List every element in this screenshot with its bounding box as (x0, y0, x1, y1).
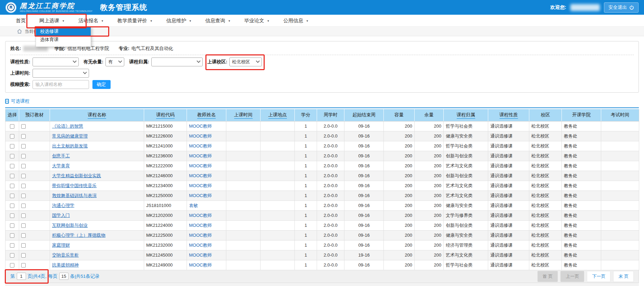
select-checkbox[interactable] (10, 164, 14, 168)
select-checkbox[interactable] (10, 184, 14, 188)
teacher-name-link[interactable]: MOOC教师 (189, 262, 212, 268)
course-name-link[interactable]: 沟通心理学 (52, 203, 74, 208)
nav-item[interactable]: 教学质量评价▼ (111, 15, 160, 27)
teacher-name-link[interactable]: MOOC教师 (189, 193, 212, 198)
select-checkbox[interactable] (10, 174, 14, 178)
book-material-checkbox[interactable] (21, 223, 26, 228)
cell-campus: 松北校区 (529, 121, 562, 131)
book-material-checkbox[interactable] (21, 233, 26, 238)
cell-college: 教务处 (562, 191, 601, 200)
page-number-input[interactable] (17, 273, 26, 280)
column-header[interactable]: 课程名称 (50, 109, 144, 121)
select-checkbox[interactable] (10, 134, 14, 139)
book-material-checkbox[interactable] (21, 134, 26, 139)
cell-remain: 200 (415, 121, 444, 131)
select-checkbox[interactable] (10, 263, 14, 268)
remain-select[interactable]: 有 (105, 57, 124, 66)
nav-item[interactable]: 网上选课▼ (33, 15, 72, 27)
teacher-name-link[interactable]: MOOC教师 (189, 233, 212, 238)
teacher-name-link[interactable]: MOOC教师 (189, 173, 212, 178)
nav-item[interactable]: 活动报名▼ (72, 15, 111, 27)
teacher-name-link[interactable]: MOOC教师 (189, 124, 212, 129)
book-material-checkbox[interactable] (21, 154, 26, 158)
search-input[interactable] (33, 80, 89, 89)
nav-item[interactable]: 首页 (9, 15, 33, 27)
book-material-checkbox[interactable] (21, 213, 26, 218)
book-material-checkbox[interactable] (21, 184, 26, 188)
course-name-link[interactable]: 家庭理财 (52, 243, 70, 248)
column-header[interactable]: 教师姓名 (187, 109, 226, 121)
column-header[interactable]: 上课地点 (261, 109, 295, 121)
select-checkbox[interactable] (10, 223, 14, 228)
first-page-button[interactable]: 首 页 (538, 271, 558, 282)
category-select[interactable] (151, 57, 203, 66)
course-name-link[interactable]: 创意手工 (52, 153, 70, 158)
book-material-checkbox[interactable] (21, 174, 26, 178)
logout-button[interactable]: 安全退出 (604, 2, 639, 13)
cell-credit: 1 (295, 220, 317, 230)
course-name-link[interactable]: 《论语》的智慧 (52, 124, 83, 129)
select-checkbox[interactable] (10, 233, 14, 238)
select-checkbox[interactable] (10, 253, 14, 258)
book-material-checkbox[interactable] (21, 124, 26, 129)
course-name-link[interactable]: 敦煌舞基础训练与表演 (52, 193, 97, 198)
book-material-checkbox[interactable] (21, 144, 26, 148)
course-name-link[interactable]: 积极心理学（上）厚德载物 (52, 233, 105, 238)
select-checkbox[interactable] (10, 144, 14, 148)
course-name-link[interactable]: 带你听懂中国传统音乐 (52, 183, 97, 188)
teacher-name-link[interactable]: MOOC教师 (189, 133, 212, 139)
teacher-name-link[interactable]: MOOC教师 (189, 223, 212, 228)
teacher-name-link[interactable]: MOOC教师 (189, 243, 212, 248)
teacher-name-link[interactable]: 袁敏 (189, 203, 198, 208)
campus-select[interactable]: 松北校区 (229, 57, 262, 66)
select-checkbox[interactable] (10, 194, 14, 198)
course-name-link[interactable]: 互联网创新与创业 (52, 223, 88, 228)
course-name-link[interactable]: 大学美育 (52, 163, 70, 168)
nav-item[interactable]: 信息维护▼ (160, 15, 199, 27)
cell-nature: 通识选修课 (488, 171, 529, 181)
teacher-name-link[interactable]: MOOC教师 (189, 153, 212, 158)
course-name-link[interactable]: 交响音乐赏析 (52, 252, 79, 258)
perpage-input[interactable] (59, 273, 68, 280)
cell-exam (601, 141, 639, 151)
course-name-link[interactable]: 大学生精益创新创业实践 (52, 173, 101, 178)
course-nature-select[interactable] (33, 57, 79, 66)
cell-code: MK21215000 (144, 121, 187, 131)
dashed-divider (10, 55, 634, 55)
nav-item[interactable]: 信息查询▼ (199, 15, 238, 27)
menu-item[interactable]: 选体育课 (36, 36, 91, 44)
select-checkbox[interactable] (10, 243, 14, 248)
teacher-name-link[interactable]: MOOC教师 (189, 183, 212, 188)
select-checkbox[interactable] (10, 154, 14, 158)
teacher-name-link[interactable]: MOOC教师 (189, 163, 212, 168)
class-time-select[interactable] (33, 69, 89, 78)
course-name-link[interactable]: 常见病的健康管理 (52, 133, 88, 139)
book-material-checkbox[interactable] (21, 194, 26, 198)
nav-item-label: 公用信息 (283, 17, 303, 24)
confirm-button[interactable]: 确定 (92, 80, 111, 89)
course-name-link[interactable]: 国学入门 (52, 213, 70, 218)
column-header[interactable]: 上课时间 (226, 109, 261, 121)
teacher-name-link[interactable]: MOOC教师 (189, 252, 212, 258)
book-material-checkbox[interactable] (21, 204, 26, 208)
last-page-button[interactable]: 末 页 (613, 271, 634, 282)
nav-item[interactable]: 毕业论文▼ (238, 15, 277, 27)
book-material-checkbox[interactable] (21, 263, 26, 268)
select-checkbox[interactable] (10, 213, 14, 218)
column-header[interactable]: 课程性质 (488, 109, 529, 121)
course-name-link[interactable]: 出土文献的新发现 (52, 143, 88, 148)
teacher-name-link[interactable]: MOOC教师 (189, 213, 212, 218)
column-header[interactable]: 课程代码 (144, 109, 187, 121)
teacher-name-link[interactable]: MOOC教师 (189, 143, 212, 148)
course-name-link[interactable]: 抗美援朝精神 (52, 262, 79, 268)
book-material-checkbox[interactable] (21, 243, 26, 248)
prev-page-button[interactable]: 上一页 (560, 271, 584, 282)
book-material-checkbox[interactable] (21, 253, 26, 258)
next-page-button[interactable]: 下一页 (587, 271, 610, 282)
menu-item[interactable]: 校选修课 (36, 27, 91, 36)
book-material-checkbox[interactable] (21, 164, 26, 168)
column-header[interactable]: 课程归属 (444, 109, 488, 121)
select-checkbox[interactable] (10, 204, 14, 208)
select-checkbox[interactable] (10, 124, 14, 129)
nav-item[interactable]: 公用信息▼ (277, 15, 316, 27)
